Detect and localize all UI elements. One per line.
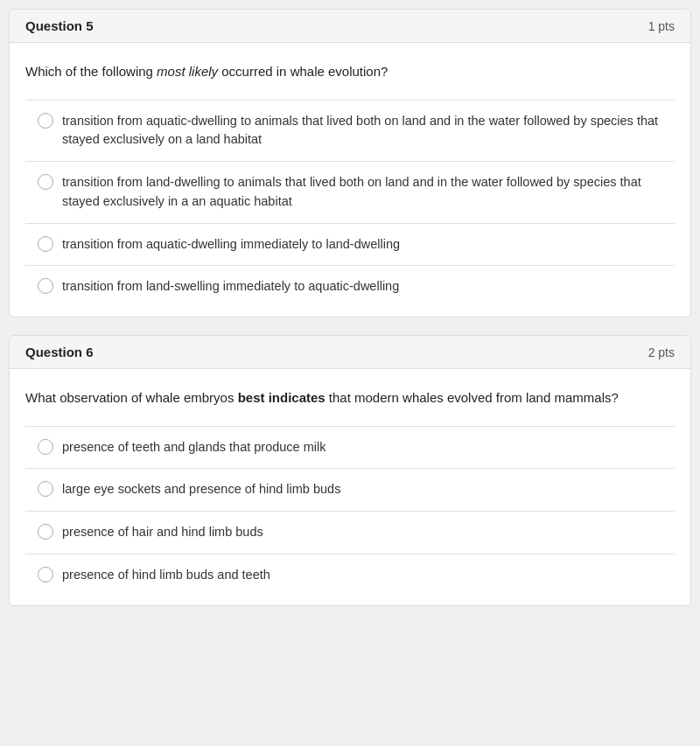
- option-q6-c-text: presence of hair and hind limb buds: [62, 523, 263, 542]
- radio-q5-d[interactable]: [38, 278, 53, 294]
- option-q5-d-text: transition from land-swelling immediatel…: [62, 277, 399, 296]
- option-q5-b-text: transition from land-dwelling to animals…: [62, 173, 666, 212]
- question-6-header: Question 6 2 pts: [10, 336, 690, 369]
- question-5-option-d[interactable]: transition from land-swelling immediatel…: [25, 266, 675, 308]
- option-q6-a-text: presence of teeth and glands that produc…: [62, 438, 326, 457]
- question-5-text: Which of the following most likely occur…: [25, 62, 675, 82]
- option-q5-a-text: transition from aquatic-dwelling to anim…: [62, 112, 666, 150]
- question-5-card: Question 5 1 pts Which of the following …: [9, 9, 691, 317]
- radio-q6-b[interactable]: [38, 481, 53, 497]
- option-q5-c-text: transition from aquatic-dwelling immedia…: [62, 235, 400, 254]
- question-6-body: What observation of whale embryos best i…: [10, 369, 690, 605]
- question-6-option-a[interactable]: presence of teeth and glands that produc…: [25, 427, 675, 470]
- radio-q5-a[interactable]: [38, 113, 53, 129]
- question-5-option-a[interactable]: transition from aquatic-dwelling to anim…: [25, 101, 675, 163]
- question-5-body: Which of the following most likely occur…: [10, 43, 690, 317]
- question-5-header: Question 5 1 pts: [10, 10, 690, 43]
- question-6-card: Question 6 2 pts What observation of wha…: [9, 335, 691, 606]
- question-5-option-c[interactable]: transition from aquatic-dwelling immedia…: [25, 224, 675, 267]
- question-6-title: Question 6: [25, 345, 94, 359]
- radio-q5-b[interactable]: [38, 174, 53, 190]
- question-6-option-d[interactable]: presence of hind limb buds and teeth: [25, 554, 675, 596]
- question-5-options: transition from aquatic-dwelling to anim…: [25, 100, 675, 309]
- question-5-option-b[interactable]: transition from land-dwelling to animals…: [25, 162, 675, 224]
- question-5-title: Question 5: [25, 18, 94, 33]
- question-6-text: What observation of whale embryos best i…: [25, 388, 675, 408]
- radio-q5-c[interactable]: [38, 236, 53, 252]
- option-q6-d-text: presence of hind limb buds and teeth: [62, 566, 270, 585]
- question-6-option-b[interactable]: large eye sockets and presence of hind l…: [25, 469, 675, 512]
- question-6-options: presence of teeth and glands that produc…: [25, 426, 675, 596]
- radio-q6-a[interactable]: [38, 439, 53, 455]
- radio-q6-d[interactable]: [38, 567, 53, 582]
- question-6-pts: 2 pts: [648, 345, 675, 359]
- option-q6-b-text: large eye sockets and presence of hind l…: [62, 480, 340, 499]
- question-5-pts: 1 pts: [648, 19, 675, 33]
- question-6-option-c[interactable]: presence of hair and hind limb buds: [25, 512, 675, 554]
- radio-q6-c[interactable]: [38, 524, 53, 540]
